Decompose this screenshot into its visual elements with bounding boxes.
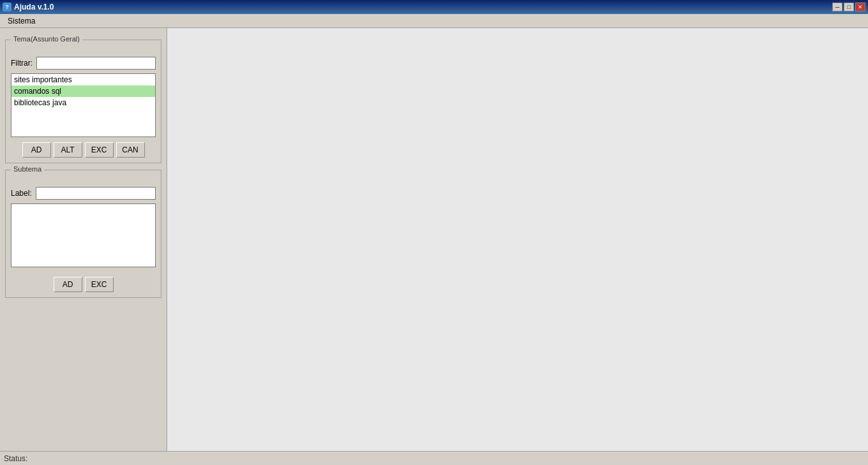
label-label: Label: (11, 189, 32, 198)
exc-button-tema[interactable]: EXC (85, 142, 114, 158)
label-row: Label: (11, 187, 156, 200)
app-icon: ? (3, 3, 11, 11)
ad-button-tema[interactable]: AD (22, 142, 51, 158)
title-bar-title: ? Ajuda v.1.0 (3, 3, 54, 11)
app-title: Ajuda v.1.0 (14, 3, 54, 11)
subtema-button-row: AD EXC (11, 277, 156, 292)
filter-input[interactable] (36, 57, 156, 70)
close-button[interactable]: ✕ (855, 3, 865, 11)
status-text: Status: (4, 454, 27, 463)
title-bar-buttons: ─ □ ✕ (832, 3, 865, 11)
right-panel (167, 28, 868, 451)
tema-button-row: AD ALT EXC CAN (11, 142, 156, 158)
menu-bar: Sistema (0, 14, 868, 28)
title-bar: ? Ajuda v.1.0 ─ □ ✕ (0, 0, 868, 14)
left-panel: Tema(Assunto Geral) Filtrar: sites impor… (0, 28, 167, 451)
label-input[interactable] (36, 187, 156, 200)
alt-button-tema[interactable]: ALT (54, 142, 82, 158)
filter-label: Filtrar: (11, 59, 33, 68)
main-content: Tema(Assunto Geral) Filtrar: sites impor… (0, 28, 868, 451)
tema-group-legend: Tema(Assunto Geral) (11, 35, 82, 43)
list-item[interactable]: sites importantes (11, 74, 155, 85)
list-item[interactable]: bibliotecas java (11, 97, 155, 108)
maximize-button[interactable]: □ (844, 3, 854, 11)
subtema-group-legend: Subtema (11, 165, 44, 173)
minimize-button[interactable]: ─ (832, 3, 842, 11)
subtema-group: Subtema Label: AD EXC (5, 170, 161, 298)
menu-item-sistema[interactable]: Sistema (3, 15, 40, 27)
tema-list-box[interactable]: sites importantes comandos sql bibliotec… (11, 73, 156, 137)
status-bar: Status: (0, 451, 868, 465)
subtema-textarea[interactable] (11, 203, 156, 267)
filter-row: Filtrar: (11, 57, 156, 70)
tema-group: Tema(Assunto Geral) Filtrar: sites impor… (5, 40, 161, 163)
ad-button-sub[interactable]: AD (54, 277, 82, 292)
exc-button-sub[interactable]: EXC (85, 277, 114, 292)
list-item[interactable]: comandos sql (11, 85, 155, 97)
can-button-tema[interactable]: CAN (116, 142, 145, 158)
